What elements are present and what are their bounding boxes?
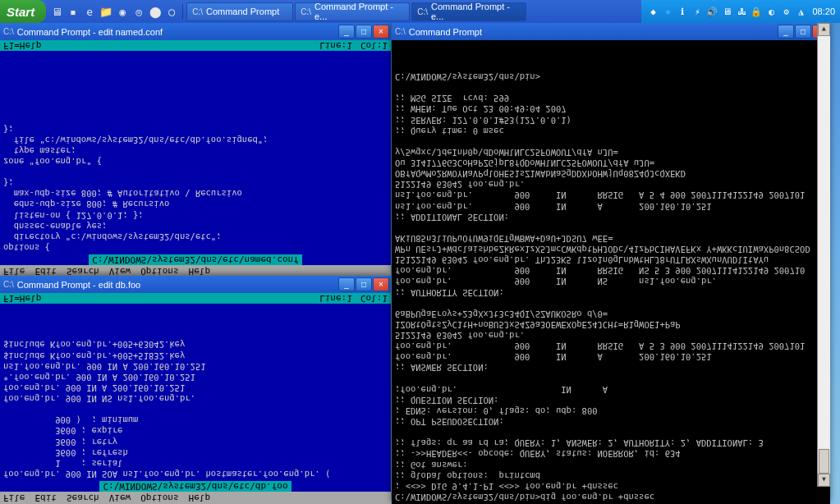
scroll-thumb[interactable] [819, 449, 829, 474]
taskbar: Start 🖥 ▪ e 📁 ◉ ◎ ⬤ ◯ C:\Command Prompt … [0, 0, 840, 23]
title-text: Command Prompt - edit db.foo [17, 280, 338, 290]
terminal-prompt: C:\WINDOWS\system32\dns\bin> [395, 493, 540, 502]
cmd-icon: C:\ [3, 280, 14, 289]
scrollbar[interactable]: ▲ ▼ [817, 23, 830, 487]
system-tray: ◆ ✱ ℹ ⚡ 🔊 🖥 🖧 🔒 ◐ ⚙ ◮ 08:20 [641, 0, 840, 23]
task-button-cmd2[interactable]: C:\Command Prompt - e... [295, 2, 410, 21]
task-label: Command Prompt [206, 7, 279, 16]
cmd-icon: C:\ [192, 7, 203, 16]
minimize-button[interactable]: _ [338, 25, 355, 39]
editor-body-dbfoo: File Edit Search View Options Help C:\WI… [0, 293, 391, 504]
menu-edit[interactable]: Edit [35, 493, 57, 503]
clock[interactable]: 08:20 [809, 7, 835, 16]
task-buttons: C:\Command Prompt C:\Command Prompt - e.… [183, 2, 641, 21]
close-button[interactable]: × [373, 277, 389, 291]
terminal-body[interactable]: C:\WINDOWS\system32\dns\bin>dig foo.eng.… [392, 40, 817, 504]
tray-icon-4[interactable]: 🔊 [705, 5, 718, 18]
maximize-button[interactable]: □ [795, 25, 811, 39]
window-named-conf: C:\ Command Prompt - edit named.conf _ □… [0, 23, 391, 277]
status-help: F1=Help [3, 40, 319, 51]
minimize-button[interactable]: _ [778, 25, 794, 39]
tray-icon-10[interactable]: ◮ [794, 5, 807, 18]
minimize-button[interactable]: _ [338, 277, 355, 291]
task-label: Command Prompt - e... [314, 2, 404, 21]
task-label: Command Prompt - e... [431, 2, 521, 21]
editor-content[interactable]: foo.eng.br. 900 IN SOA ns1.foo.eng.br. h… [0, 304, 391, 481]
editor-status: F1=Help Line:1 Col:1 [0, 293, 391, 304]
ql-icon-app3[interactable]: ⬤ [148, 4, 163, 19]
editor-body-named: File Edit Search View Options Help C:\WI… [0, 40, 391, 277]
cmd-icon: C:\ [417, 7, 428, 16]
window-db-foo: C:\ Command Prompt - edit db.foo _ □ × F… [0, 276, 391, 504]
titlebar-dbfoo[interactable]: C:\ Command Prompt - edit db.foo _ □ × [0, 276, 391, 293]
tray-icon-5[interactable]: 🖥 [720, 5, 733, 18]
start-label: Start [7, 5, 34, 19]
menu-search[interactable]: Search [67, 493, 99, 503]
terminal-output: ; <<>> DiG 9.4.1-P1 <<>> foo.eng.br +dns… [395, 72, 810, 492]
editor-path: C:\WINDOWS\system32\dns\etc\named.conf [89, 254, 302, 265]
tray-icon-7[interactable]: 🔒 [750, 5, 763, 18]
menu-options[interactable]: Options [140, 493, 178, 503]
start-button[interactable]: Start [0, 0, 46, 23]
ql-icon-ie[interactable]: e [82, 4, 97, 19]
tray-icon-2[interactable]: ℹ [676, 5, 689, 18]
tray-icon-1[interactable]: ◆ [646, 5, 659, 18]
ql-icon-app4[interactable]: ◯ [164, 4, 179, 19]
status-col: Col:1 [360, 293, 388, 304]
titlebar-dig[interactable]: C:\ Command Prompt _ □ × [392, 23, 830, 40]
tray-icon-3[interactable]: ⚡ [691, 5, 704, 18]
editor-menu: File Edit Search View Options Help [0, 492, 391, 504]
window-dig: C:\ Command Prompt _ □ × C:\WINDOWS\syst… [392, 23, 830, 504]
editor-path: C:\WINDOWS\system32\dns\etc\db.foo [99, 481, 291, 492]
title-text: Command Prompt - edit named.conf [17, 27, 338, 37]
tray-icon-bluetooth[interactable]: ✱ [661, 5, 674, 18]
scroll-down-button[interactable]: ▼ [818, 23, 830, 36]
terminal-cmd: dig foo.eng.br +dnssec [540, 493, 654, 502]
menu-view[interactable]: View [109, 493, 131, 503]
maximize-button[interactable]: □ [356, 277, 372, 291]
ql-icon-cmd[interactable]: ▪ [66, 4, 80, 19]
tray-icon-6[interactable]: 🖧 [735, 5, 748, 18]
cmd-icon: C:\ [301, 7, 311, 16]
ql-icon-folder[interactable]: 📁 [99, 4, 113, 19]
tray-icon-8[interactable]: ◐ [764, 5, 778, 18]
ql-icon-desktop[interactable]: 🖥 [49, 4, 64, 19]
titlebar-named[interactable]: C:\ Command Prompt - edit named.conf _ □… [0, 23, 391, 40]
task-button-cmd1[interactable]: C:\Command Prompt [186, 2, 293, 21]
menu-help[interactable]: Help [189, 493, 211, 503]
ql-icon-app1[interactable]: ◉ [115, 4, 130, 19]
scroll-up-button[interactable]: ▲ [818, 474, 830, 487]
status-help: F1=Help [3, 293, 319, 304]
task-button-cmd3[interactable]: C:\Command Prompt - e... [411, 2, 526, 21]
quick-launch: 🖥 ▪ e 📁 ◉ ◎ ⬤ ◯ [46, 4, 183, 19]
maximize-button[interactable]: □ [356, 25, 372, 39]
editor-content[interactable]: options { directory "c:\windows\system32… [0, 51, 391, 254]
status-col: Col:1 [360, 40, 388, 51]
status-line: Line:1 [319, 40, 352, 51]
cmd-icon: C:\ [395, 27, 406, 36]
close-button[interactable]: × [373, 25, 389, 39]
menu-file[interactable]: File [3, 493, 25, 503]
editor-status: F1=Help Line:1 Col:1 [0, 40, 391, 51]
status-line: Line:1 [319, 293, 352, 304]
tray-icon-9[interactable]: ⚙ [779, 5, 792, 18]
cmd-icon: C:\ [3, 27, 14, 36]
ql-icon-app2[interactable]: ◎ [131, 4, 146, 19]
title-text: Command Prompt [409, 27, 778, 37]
